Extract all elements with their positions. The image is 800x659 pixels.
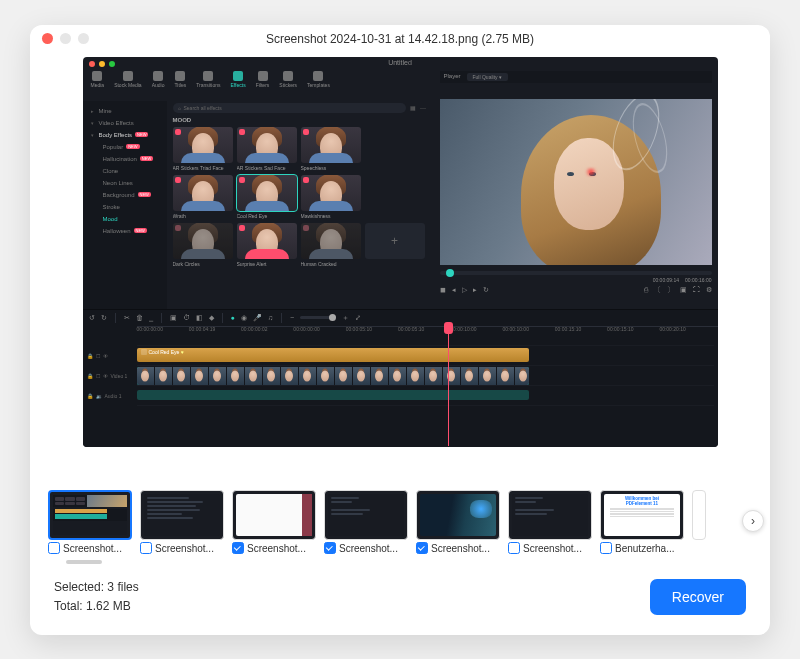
window-controls [42,33,89,44]
redo-icon[interactable]: ↻ [101,314,107,322]
toolbar-media[interactable]: Media [91,71,105,88]
current-time: 00:00:09:14 [653,277,679,283]
sidebar-item-background[interactable]: Background NEW [89,189,161,201]
snapshot-icon[interactable]: ⎙ [644,286,648,293]
timeline-ruler[interactable]: 00:00:00:0000:00:04:1900:00:00:0200:00:0… [137,326,718,338]
mood-label: Human Cracked [301,261,361,267]
crop-icon[interactable]: ▣ [680,286,687,294]
toolbar-stickers[interactable]: Stickers [279,71,297,88]
mood-item[interactable]: Speechless [301,127,361,171]
total-time: 00:00:16:00 [685,277,711,283]
play-icon[interactable]: ▷ [462,286,467,294]
next-page-button[interactable]: › [742,510,764,532]
record-icon[interactable]: ◉ [241,314,247,322]
prev-icon[interactable]: ◂ [452,286,456,294]
thumbnail-card[interactable]: Screenshot... [232,490,316,554]
thumbnail-checkbox[interactable] [48,542,60,554]
sidebar-item-popular[interactable]: Popular NEW [89,141,161,153]
toolbar-stock-media[interactable]: Stock Media [114,71,142,88]
close-icon[interactable] [42,33,53,44]
thumbnail-card[interactable]: Screenshot... [324,490,408,554]
thumbnail-checkbox[interactable] [600,542,612,554]
mood-item[interactable]: Wrath [173,175,233,219]
mood-label: Dark Circles [173,261,233,267]
video-clip[interactable]: White girl with blonde hair smili… [137,367,529,385]
thumbnail-name: Screenshot... [155,543,214,554]
thumbnail-card[interactable]: Willkommen beiPDFelement 11Benutzerha... [600,490,684,554]
sidebar-item-neon-lines[interactable]: Neon Lines [89,177,161,189]
add-effect-button[interactable]: + [365,223,425,259]
mark-in-icon[interactable]: 〔 [654,285,661,295]
player-viewport [440,99,712,265]
toolbar-titles[interactable]: Titles [174,71,186,88]
sidebar-item-stroke[interactable]: Stroke [89,201,161,213]
timeline: ↺ ↻ ✂ 🗑 ⎯ ▣ ⏱ ◧ ◆ ● ◉ 🎤 ♫ [83,309,718,447]
grid-view-icon[interactable]: ▦ [410,104,416,111]
recovery-window: Screenshot 2024-10-31 at 14.42.18.png (2… [30,25,770,635]
mood-item[interactable]: AR Stickers Triad Face [173,127,233,171]
preview-player: Player Full Quality ▾ 00:00:09:14 00:00:… [440,71,712,309]
thumbnail-name: Benutzerha... [615,543,674,554]
mood-item[interactable]: AR Stickers Sad Face [237,127,297,171]
stop-icon[interactable]: ◼ [440,286,446,294]
next-icon[interactable]: ▸ [473,286,477,294]
search-input[interactable]: ⌕Search all effects [173,103,406,113]
thumbnail-checkbox[interactable] [416,542,428,554]
zoom-slider[interactable] [300,316,336,319]
sidebar-item-mood[interactable]: Mood [89,213,161,225]
total-size: Total: 1.62 MB [54,597,139,616]
fullscreen-icon[interactable]: ⛶ [693,286,700,293]
thumbnail-checkbox[interactable] [324,542,336,554]
undo-icon[interactable]: ↺ [89,314,95,322]
thumbnail-checkbox[interactable] [508,542,520,554]
quality-select[interactable]: Full Quality ▾ [467,73,508,81]
mood-label: Speechless [301,165,361,171]
sidebar-item-clone[interactable]: Clone [89,165,161,177]
speed-icon[interactable]: ⏱ [183,314,190,321]
thumbnail-card[interactable]: Screenshot... [48,490,132,554]
recover-button[interactable]: Recover [650,579,746,615]
settings-icon[interactable]: ⚙ [706,286,712,294]
zoom-out-icon[interactable]: − [290,314,294,321]
delete-icon[interactable]: 🗑 [136,314,143,321]
audio-clip[interactable] [137,390,529,400]
toolbar-templates[interactable]: Templates [307,71,330,88]
more-icon[interactable]: ⋯ [420,104,426,111]
color-icon[interactable]: ◧ [196,314,203,322]
marker-icon[interactable]: ● [231,314,235,321]
cut-icon[interactable]: ✂ [124,314,130,322]
thumbnail-card-partial[interactable] [692,490,706,540]
mood-item[interactable]: Human Cracked [301,223,361,267]
sidebar-item-hallucination[interactable]: Hallucination NEW [89,153,161,165]
split-icon[interactable]: ⎯ [149,314,153,321]
toolbar-transitions[interactable]: Transitions [196,71,220,88]
mood-item[interactable]: Cool Red Eye [237,175,297,219]
player-scrubber[interactable] [440,271,712,275]
thumbnail-checkbox[interactable] [140,542,152,554]
audio-track-label: 🔒🔉Audio 1 [83,386,137,406]
sidebar-item-halloween[interactable]: Halloween NEW [89,225,161,237]
video-track-label: 🔒☐👁Video 1 [83,366,137,386]
mic-icon[interactable]: 🎤 [253,314,262,322]
toolbar-audio[interactable]: Audio [152,71,165,88]
fit-icon[interactable]: ⤢ [355,314,361,322]
mark-out-icon[interactable]: 〕 [667,285,674,295]
keyframe-icon[interactable]: ◆ [209,314,214,322]
mood-item[interactable]: Surprise Alert [237,223,297,267]
toolbar-filters[interactable]: Filters [256,71,270,88]
mixer-icon[interactable]: ♫ [268,314,273,321]
crop-tool-icon[interactable]: ▣ [170,314,177,322]
minimize-icon [60,33,71,44]
thumbnail-card[interactable]: Screenshot... [508,490,592,554]
loop-icon[interactable]: ↻ [483,286,489,294]
thumbnail-checkbox[interactable] [232,542,244,554]
titlebar: Screenshot 2024-10-31 at 14.42.18.png (2… [30,25,770,53]
mood-item[interactable]: Mawkishness [301,175,361,219]
toolbar-effects[interactable]: Effects [230,71,245,88]
thumbnail-card[interactable]: Screenshot... [416,490,500,554]
zoom-in-icon[interactable]: ＋ [342,313,349,323]
footer: Selected: 3 files Total: 1.62 MB Recover [30,564,770,634]
mood-item[interactable]: Dark Circles [173,223,233,267]
thumbnail-card[interactable]: Screenshot... [140,490,224,554]
fx-clip[interactable]: Cool Red Eye ♥ [137,348,529,362]
